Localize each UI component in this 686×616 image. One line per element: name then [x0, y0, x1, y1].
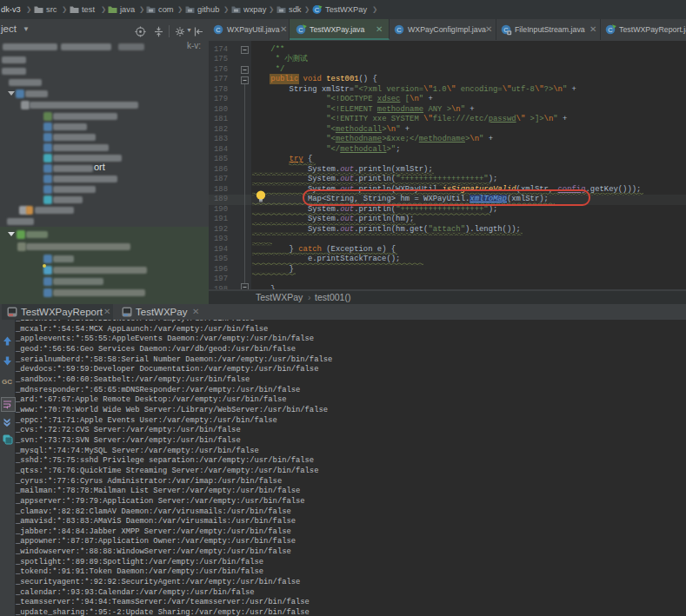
svg-text:C: C [608, 26, 613, 34]
svg-text:C: C [216, 26, 221, 34]
svg-text:C: C [396, 26, 402, 34]
svg-text:C: C [298, 26, 303, 34]
svg-text:C: C [315, 6, 320, 14]
